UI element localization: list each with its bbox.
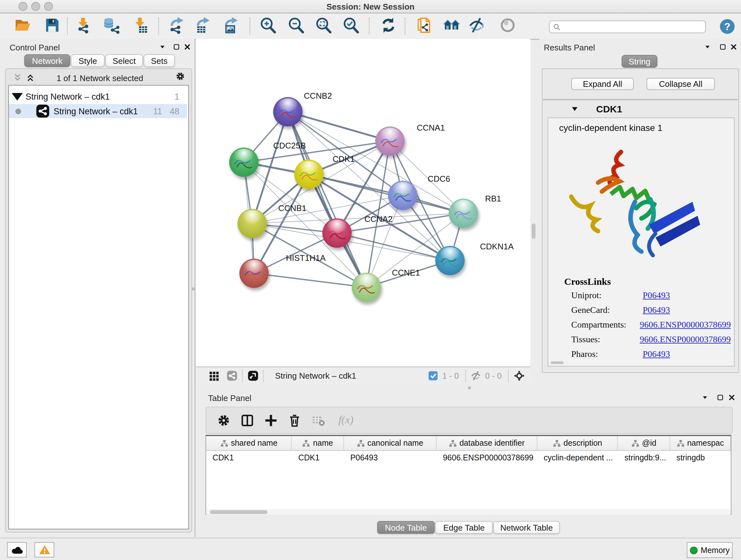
- gene-box-scrollbar[interactable]: [551, 361, 563, 364]
- network-node-cdkn1a[interactable]: [435, 246, 465, 275]
- expand-all-networks-button[interactable]: [25, 73, 36, 83]
- memory-button[interactable]: Memory: [687, 542, 733, 558]
- zoom-in-button[interactable]: [257, 16, 278, 37]
- column-header[interactable]: namespac: [670, 436, 731, 450]
- toolbar-search-field[interactable]: [549, 20, 706, 33]
- delete-table-button[interactable]: [308, 411, 327, 430]
- network-row-selected[interactable]: String Network – cdk1 11 48: [9, 104, 187, 118]
- network-node-cdc25b[interactable]: [229, 147, 259, 177]
- panel-divider-handle[interactable]: [192, 287, 195, 291]
- control-panel-float-button[interactable]: [158, 42, 166, 51]
- save-session-button[interactable]: [42, 16, 62, 37]
- table-panel-close-button[interactable]: [727, 393, 736, 401]
- results-panel-float-button[interactable]: [703, 42, 712, 51]
- hide-panel-button[interactable]: [466, 16, 486, 37]
- zoom-selected-button[interactable]: [340, 16, 360, 37]
- network-options-button[interactable]: [176, 71, 187, 83]
- network-canvas[interactable]: CCNB2 CCNA1 CDC25B CDK1 CDC6: [196, 39, 530, 367]
- tab-string[interactable]: String: [622, 55, 657, 68]
- network-node-cdk1[interactable]: [294, 160, 324, 189]
- function-builder-button[interactable]: f(x): [333, 411, 359, 430]
- tab-node-table[interactable]: Node Table: [377, 521, 434, 534]
- table-panel-float-button[interactable]: [700, 393, 709, 401]
- network-node-hist1h1a[interactable]: [239, 259, 269, 288]
- canvas-scrollbar-handle[interactable]: [532, 224, 536, 239]
- network-edge[interactable]: [254, 273, 366, 287]
- tab-sets[interactable]: Sets: [144, 54, 175, 67]
- tab-network[interactable]: Network: [24, 54, 70, 67]
- scrollbar-thumb[interactable]: [210, 510, 267, 514]
- column-header[interactable]: database identifier: [436, 436, 537, 450]
- network-node-ccna1[interactable]: [375, 126, 405, 156]
- export-network-button[interactable]: [166, 16, 186, 37]
- column-header[interactable]: shared name: [206, 436, 292, 450]
- column-header[interactable]: name: [292, 436, 344, 450]
- export-table-button[interactable]: [192, 16, 212, 37]
- network-node-cdc6[interactable]: [388, 181, 417, 210]
- table-cell[interactable]: cyclin-dependent ...: [537, 451, 618, 465]
- export-image-button[interactable]: [220, 16, 241, 37]
- table-horizontal-scrollbar[interactable]: [207, 509, 730, 515]
- column-header[interactable]: canonical name: [344, 436, 436, 450]
- gene-expander-icon[interactable]: [570, 105, 579, 113]
- crosslink-value-link[interactable]: 9606.ENSP00000378699: [640, 334, 731, 345]
- tab-edge-table[interactable]: Edge Table: [435, 521, 493, 534]
- table-cell[interactable]: CDK1: [206, 451, 292, 465]
- cloud-status-button[interactable]: [7, 542, 27, 557]
- crosslink-value-link[interactable]: P06493: [643, 305, 670, 315]
- tab-style[interactable]: Style: [71, 54, 105, 67]
- network-overview-button[interactable]: [225, 369, 238, 382]
- apply-layout-button[interactable]: [378, 16, 398, 37]
- table-cell[interactable]: stringdb: [670, 451, 731, 465]
- control-panel-maximize-button[interactable]: [172, 42, 181, 51]
- expand-all-button[interactable]: Expand All: [571, 78, 634, 90]
- import-network-from-database-button[interactable]: [101, 16, 121, 37]
- network-edge[interactable]: [288, 112, 390, 141]
- open-session-button[interactable]: [12, 16, 32, 37]
- hidden-elements-button[interactable]: [470, 369, 482, 382]
- import-table-button[interactable]: [130, 16, 150, 37]
- table-cell[interactable]: CDK1: [292, 451, 344, 465]
- results-panel-close-button[interactable]: [729, 42, 738, 51]
- selected-nodes-checkbox[interactable]: [427, 369, 440, 382]
- tree-expander-icon[interactable]: [9, 88, 25, 105]
- show-columns-button[interactable]: [238, 411, 257, 430]
- horizontal-splitter-handle[interactable]: [468, 386, 471, 389]
- share-document-button[interactable]: [414, 16, 434, 37]
- network-node-ccna2[interactable]: [322, 219, 352, 248]
- collapse-all-networks-button[interactable]: [13, 73, 23, 83]
- network-edge[interactable]: [244, 141, 390, 162]
- open-in-window-button[interactable]: [246, 369, 259, 382]
- zoom-out-button[interactable]: [285, 16, 306, 37]
- table-cell[interactable]: stringdb:9...: [618, 451, 670, 465]
- search-input[interactable]: [561, 22, 705, 32]
- crosslink-value-link[interactable]: 9606.ENSP00000378699: [640, 320, 731, 330]
- network-node-ccnb2[interactable]: [273, 97, 302, 126]
- help-button[interactable]: ?: [720, 19, 735, 34]
- results-panel-maximize-button[interactable]: [718, 42, 727, 51]
- tab-select[interactable]: Select: [105, 54, 143, 67]
- delete-column-button[interactable]: [285, 411, 304, 430]
- tab-network-table[interactable]: Network Table: [493, 521, 560, 534]
- network-collection-row[interactable]: String Network – cdk1 1: [9, 89, 187, 104]
- table-cell[interactable]: P06493: [344, 451, 436, 465]
- home-button[interactable]: [441, 16, 461, 37]
- crosslink-value-link[interactable]: P06493: [643, 291, 670, 301]
- network-node-rb1[interactable]: [449, 199, 478, 228]
- column-header[interactable]: @id: [618, 436, 670, 450]
- warnings-button[interactable]: [35, 542, 54, 557]
- table-cell[interactable]: 9606.ENSP00000378699: [436, 451, 537, 465]
- gene-header-row[interactable]: CDK1: [542, 100, 738, 118]
- table-panel-maximize-button[interactable]: [716, 393, 724, 401]
- birdseye-grid-button[interactable]: [207, 369, 220, 382]
- table-row[interactable]: CDK1CDK1P064939606.ENSP00000378699cyclin…: [206, 451, 731, 465]
- inactive-tool-button[interactable]: [497, 16, 518, 37]
- table-options-button[interactable]: [214, 411, 233, 430]
- column-header[interactable]: description: [537, 436, 618, 450]
- crosslink-value-link[interactable]: P06493: [643, 349, 670, 360]
- create-column-button[interactable]: [261, 411, 280, 430]
- network-node-ccnb1[interactable]: [238, 209, 267, 238]
- import-network-button[interactable]: [73, 16, 93, 37]
- control-panel-close-button[interactable]: [183, 42, 192, 51]
- network-node-ccne1[interactable]: [352, 273, 381, 302]
